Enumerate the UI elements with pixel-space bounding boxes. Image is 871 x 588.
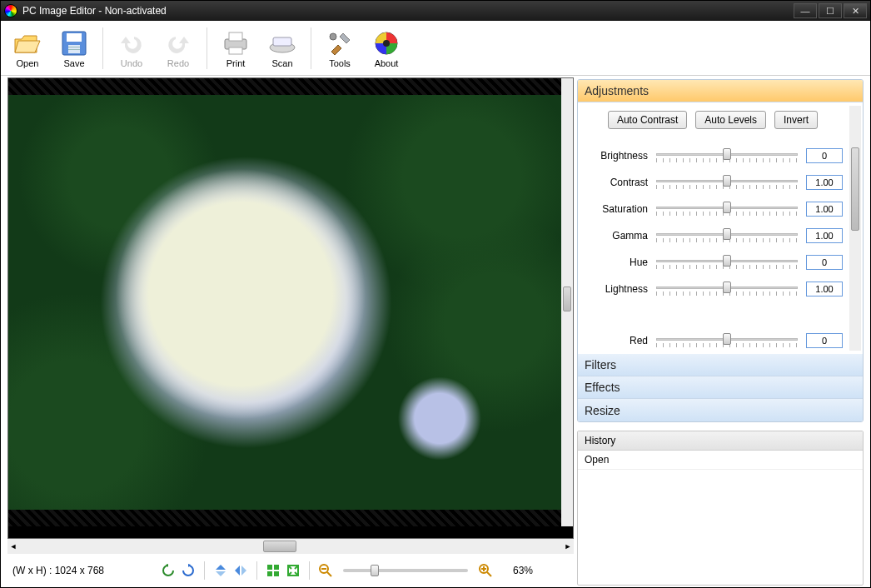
toolbar-separator: [311, 27, 311, 69]
scrollbar-thumb[interactable]: [263, 541, 296, 552]
statusbar-separator: [309, 561, 310, 580]
statusbar-separator: [256, 561, 257, 580]
slider-label: Red: [581, 335, 656, 346]
maximize-button[interactable]: ☐: [819, 3, 842, 18]
slider-knob[interactable]: [723, 175, 731, 187]
saturation-slider[interactable]: [656, 202, 798, 217]
red-value[interactable]: 0: [806, 333, 843, 348]
canvas-horizontal-scrollbar[interactable]: ◄ ►: [7, 539, 574, 554]
canvas-border-top: [8, 78, 561, 95]
svg-rect-16: [267, 571, 272, 576]
zoom-out-icon[interactable]: [318, 563, 333, 578]
saturation-slider-row: Saturation 1.00: [581, 196, 859, 222]
slider-label: Lightness: [581, 283, 656, 295]
image-dimensions: (W x H) : 1024 x 768: [12, 565, 154, 576]
lightness-slider[interactable]: [656, 282, 798, 296]
scan-label: Scan: [271, 58, 292, 68]
zoom-in-icon[interactable]: [478, 563, 493, 578]
undo-button[interactable]: Undo: [108, 27, 155, 70]
panel-title: Resize: [585, 404, 620, 417]
brightness-value[interactable]: 0: [806, 148, 843, 163]
scroll-left-arrow[interactable]: ◄: [7, 539, 19, 554]
slider-knob[interactable]: [723, 148, 731, 160]
toolbar-separator: [102, 27, 103, 69]
brightness-slider-row: Brightness 0: [581, 142, 859, 169]
panel-header-resize[interactable]: Resize: [578, 399, 863, 421]
redo-icon: [163, 28, 193, 58]
slider-knob[interactable]: [723, 333, 731, 345]
slider-label: Hue: [581, 257, 656, 268]
scroll-right-arrow[interactable]: ►: [562, 539, 574, 554]
slider-knob[interactable]: [723, 228, 731, 240]
fit-screen-icon[interactable]: [266, 563, 281, 578]
slider-knob[interactable]: [723, 255, 731, 267]
canvas-vertical-scrollbar[interactable]: [561, 78, 573, 526]
lightness-value[interactable]: 1.00: [806, 282, 843, 296]
saturation-value[interactable]: 1.00: [806, 202, 843, 217]
svg-point-13: [383, 40, 390, 47]
scrollbar-thumb[interactable]: [563, 287, 571, 311]
main-toolbar: Open Save Undo Redo Print Scan: [1, 21, 870, 76]
gamma-value[interactable]: 1.00: [806, 228, 843, 243]
panel-title: Filters: [585, 358, 616, 371]
contrast-slider[interactable]: [656, 175, 798, 190]
contrast-value[interactable]: 1.00: [806, 175, 843, 190]
slider-label: Brightness: [581, 150, 656, 162]
flip-horizontal-icon[interactable]: [233, 563, 248, 578]
statusbar-separator: [204, 561, 205, 580]
rotate-left-icon[interactable]: [161, 563, 176, 578]
red-slider-row: Red 0: [581, 327, 859, 354]
image-canvas[interactable]: [7, 77, 574, 539]
panel-title: Effects: [585, 381, 620, 394]
hue-value[interactable]: 0: [806, 255, 843, 270]
auto-contrast-button[interactable]: Auto Contrast: [608, 111, 687, 129]
rotate-right-icon[interactable]: [181, 563, 196, 578]
zoom-slider[interactable]: [343, 569, 468, 572]
undo-icon: [117, 28, 147, 58]
redo-button[interactable]: Redo: [155, 27, 202, 70]
svg-rect-1: [67, 33, 82, 42]
panel-scrollbar[interactable]: [849, 106, 861, 351]
status-bar: (W x H) : 1024 x 768 63%: [7, 554, 574, 587]
slider-label: Contrast: [581, 177, 656, 188]
auto-levels-button[interactable]: Auto Levels: [695, 111, 766, 129]
svg-rect-3: [68, 47, 80, 47]
open-button[interactable]: Open: [4, 27, 51, 70]
flip-vertical-icon[interactable]: [213, 563, 228, 578]
app-icon: [4, 4, 17, 17]
panel-header-filters[interactable]: Filters: [578, 354, 863, 376]
scan-button[interactable]: Scan: [259, 27, 306, 70]
actual-size-icon[interactable]: [286, 563, 301, 578]
scanner-icon: [267, 28, 297, 58]
slider-label: Saturation: [581, 203, 656, 215]
history-item[interactable]: Open: [578, 451, 863, 470]
slider-knob[interactable]: [723, 282, 731, 293]
about-button[interactable]: About: [363, 27, 410, 70]
minimize-button[interactable]: —: [794, 3, 817, 18]
undo-label: Undo: [121, 58, 142, 68]
svg-rect-6: [229, 32, 242, 41]
color-wheel-icon: [371, 28, 401, 58]
scrollbar-thumb[interactable]: [851, 147, 859, 231]
brightness-slider[interactable]: [656, 148, 798, 163]
zoom-slider-knob[interactable]: [371, 565, 379, 576]
tools-button[interactable]: Tools: [316, 27, 363, 70]
print-button[interactable]: Print: [212, 27, 259, 70]
svg-rect-7: [229, 47, 242, 54]
lightness-slider-row: Lightness 1.00: [581, 276, 859, 302]
hue-slider[interactable]: [656, 255, 798, 270]
panel-header-effects[interactable]: Effects: [578, 376, 863, 399]
canvas-border-bottom: [8, 510, 561, 526]
contrast-slider-row: Contrast 1.00: [581, 169, 859, 196]
about-label: About: [375, 58, 399, 68]
slider-knob[interactable]: [723, 202, 731, 213]
close-button[interactable]: ✕: [844, 3, 867, 18]
svg-rect-9: [273, 37, 291, 46]
panel-header-adjustments[interactable]: Adjustments: [578, 80, 863, 102]
window-titlebar: PC Image Editor - Non-activated — ☐ ✕: [1, 1, 870, 21]
zoom-percentage: 63%: [500, 565, 533, 576]
save-button[interactable]: Save: [51, 27, 97, 70]
red-slider[interactable]: [656, 333, 798, 348]
gamma-slider[interactable]: [656, 228, 798, 243]
invert-button[interactable]: Invert: [774, 111, 818, 129]
